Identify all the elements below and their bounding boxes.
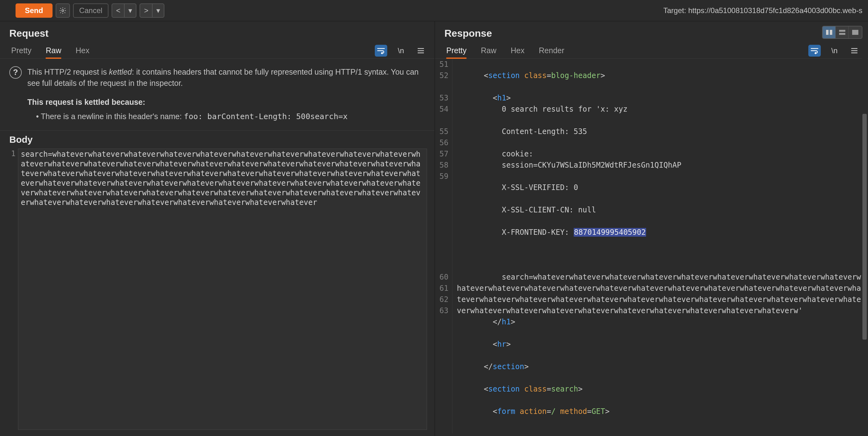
- tab-raw[interactable]: Raw: [481, 42, 496, 58]
- response-menu-button[interactable]: [848, 45, 861, 57]
- response-tabbar: Pretty Raw Hex Render \n: [435, 42, 868, 59]
- history-prev-button[interactable]: <: [112, 3, 125, 18]
- svg-point-0: [62, 10, 64, 11]
- wrap-toggle-button[interactable]: [375, 45, 387, 57]
- caret-down-icon: ▾: [156, 6, 160, 15]
- history-prev-group: < ▾: [112, 3, 136, 18]
- response-editor[interactable]: 51 52 53 54 55 56 57 58 59 60 61 62 63 <…: [435, 59, 868, 436]
- settings-button[interactable]: [56, 3, 70, 18]
- layout-rows-button[interactable]: [836, 26, 849, 38]
- hamburger-icon: [850, 48, 858, 54]
- columns-icon: [826, 30, 833, 35]
- tab-render[interactable]: Render: [539, 42, 564, 58]
- tab-pretty[interactable]: Pretty: [11, 42, 31, 58]
- svg-rect-4: [839, 33, 845, 35]
- tab-hex[interactable]: Hex: [510, 42, 524, 58]
- tab-pretty[interactable]: Pretty: [446, 42, 466, 58]
- kettled-info-box: ? This HTTP/2 request is kettled: it con…: [0, 59, 434, 130]
- layout-switcher: [822, 26, 862, 39]
- tab-hex[interactable]: Hex: [75, 42, 89, 58]
- layout-single-button[interactable]: [849, 26, 862, 38]
- svg-rect-5: [852, 30, 858, 35]
- response-title: Response: [444, 28, 492, 39]
- request-title: Request: [9, 28, 49, 39]
- kettled-reason-header: This request is kettled because:: [27, 96, 425, 108]
- target-label: Target: https://0a5100810318d75fc1d826a4…: [663, 6, 862, 15]
- cancel-button[interactable]: Cancel: [73, 3, 109, 18]
- newline-toggle-button[interactable]: \n: [828, 45, 841, 57]
- frontend-key-value: 8870149995405902: [574, 228, 646, 237]
- rows-icon: [839, 30, 846, 35]
- request-pane: Request Pretty Raw Hex \n: [0, 22, 435, 436]
- body-title: Body: [0, 130, 434, 149]
- kettled-info-body: This HTTP/2 request is kettled: it conta…: [27, 66, 425, 122]
- help-icon: ?: [9, 66, 22, 79]
- hamburger-icon: [417, 48, 425, 54]
- request-tabbar: Pretty Raw Hex \n: [0, 42, 434, 59]
- toolbar: Send Cancel < ▾ > ▾ Target: https://0a51…: [0, 0, 868, 22]
- caret-down-icon: ▾: [128, 6, 132, 15]
- chevron-left-icon: <: [116, 6, 120, 15]
- svg-rect-3: [839, 30, 845, 32]
- history-prev-menu-button[interactable]: ▾: [124, 3, 136, 18]
- history-next-group: > ▾: [140, 3, 164, 18]
- wrap-icon: [810, 47, 818, 54]
- send-button[interactable]: Send: [16, 3, 53, 18]
- split-view: Request Pretty Raw Hex \n: [0, 22, 868, 436]
- newline-toggle-button[interactable]: \n: [395, 45, 407, 57]
- wrap-toggle-button[interactable]: [808, 45, 821, 57]
- wrap-icon: [377, 47, 385, 54]
- body-gutter: 1: [7, 149, 18, 430]
- body-editor: 1 search=whateverwhateverwhateverwhateve…: [0, 149, 434, 436]
- response-code[interactable]: <section class=blog-header> <h1> 0 searc…: [453, 59, 862, 434]
- body-textarea[interactable]: search=whateverwhateverwhateverwhateverw…: [18, 149, 427, 430]
- response-pane: Response Pretty Raw Hex Render: [435, 22, 868, 436]
- svg-rect-1: [826, 30, 829, 35]
- request-menu-button[interactable]: [414, 45, 427, 57]
- response-gutter: 51 52 53 54 55 56 57 58 59 60 61 62 63: [435, 59, 453, 434]
- response-scrollbar[interactable]: [862, 58, 867, 434]
- layout-columns-button[interactable]: [823, 26, 836, 38]
- chevron-right-icon: >: [144, 6, 148, 15]
- history-next-menu-button[interactable]: ▾: [152, 3, 164, 18]
- history-next-button[interactable]: >: [140, 3, 153, 18]
- gear-icon: [59, 7, 66, 14]
- app-root: Send Cancel < ▾ > ▾ Target: https://0a51…: [0, 0, 868, 436]
- single-icon: [852, 30, 859, 35]
- tab-raw[interactable]: Raw: [46, 42, 61, 58]
- svg-rect-2: [830, 30, 832, 35]
- scrollbar-thumb[interactable]: [862, 114, 867, 339]
- kettled-reason-bullet: • There is a newline in this header's na…: [27, 111, 425, 122]
